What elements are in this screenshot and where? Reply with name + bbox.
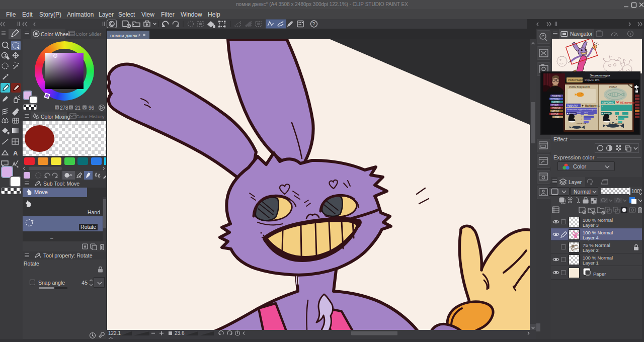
svg-text:Маленькая задорная белая рыба,: Маленькая задорная белая рыба, bbox=[567, 109, 597, 111]
svg-text:96: 96 bbox=[89, 105, 95, 111]
svg-text:ПРУДИК: ПРУДИК bbox=[551, 104, 559, 106]
svg-text:?: ? bbox=[602, 106, 603, 108]
svg-text:ЕЩЁ: ЕЩЁ bbox=[555, 116, 560, 118]
svg-text:?: ? bbox=[312, 21, 315, 27]
svg-text:H: H bbox=[56, 106, 58, 110]
svg-text:РЫБОПЕДИЯ: РЫБОПЕДИЯ bbox=[568, 78, 585, 81]
svg-text:РЫБАЛКА?: РЫБАЛКА? bbox=[577, 122, 588, 125]
svg-text:S: S bbox=[70, 106, 72, 110]
svg-text:ОСТРЫЕ: ОСТРЫЕ bbox=[551, 113, 559, 115]
svg-text:ИЗУЧЕНИЕ: ИЗУЧЕНИЕ bbox=[602, 102, 614, 104]
svg-text:A: A bbox=[13, 149, 18, 157]
svg-text:БАКЛАН: БАКЛАН bbox=[552, 101, 560, 103]
svg-text:V: V bbox=[84, 106, 86, 110]
svg-text:РЫБЫ ВОДОЕМОВ: РЫБЫ ВОДОЕМОВ bbox=[569, 86, 590, 89]
svg-text:Выбрано: 1: Выбрано: 1 bbox=[585, 104, 600, 107]
svg-text:122.1: 122.1 bbox=[108, 330, 121, 336]
svg-text:Открыто: 19%: Открыто: 19% bbox=[585, 79, 599, 81]
svg-text:21: 21 bbox=[75, 105, 81, 111]
svg-text:ГРИБНЫЕ: ГРИБНЫЕ bbox=[552, 107, 561, 109]
svg-text:РЫБАЛКА: РЫБАЛКА bbox=[552, 95, 561, 97]
svg-text:278: 278 bbox=[60, 105, 68, 111]
svg-text:Энциклопедия: Энциклопедия bbox=[590, 74, 610, 77]
svg-text:РЫБАЛКА: РЫБАЛКА bbox=[567, 105, 578, 107]
svg-text:НЕРЕЙДЫ: НЕРЕЙДЫ bbox=[550, 98, 559, 100]
svg-text:23.6: 23.6 bbox=[175, 330, 185, 336]
svg-text:НЕ изучено: НЕ изучено bbox=[620, 101, 634, 104]
svg-text:ЧАЙНЫЕ: ЧАЙНЫЕ bbox=[551, 110, 559, 112]
